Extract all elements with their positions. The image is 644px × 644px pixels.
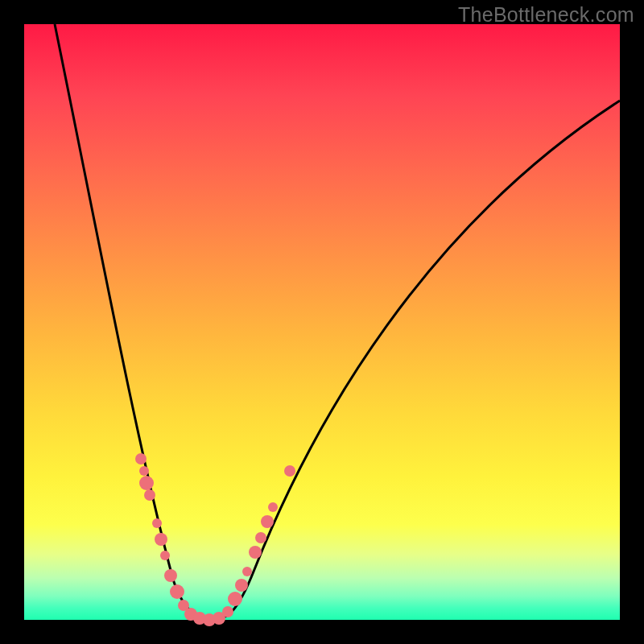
data-marker [139, 476, 154, 490]
data-marker [135, 453, 147, 464]
plot-area [24, 24, 620, 620]
data-marker [155, 533, 167, 546]
data-marker [152, 518, 162, 528]
chart-frame: TheBottleneck.com [0, 0, 644, 644]
data-marker [170, 584, 184, 599]
data-marker [160, 551, 170, 560]
data-marker [255, 532, 266, 543]
chart-svg [24, 24, 620, 620]
data-marker [164, 569, 177, 582]
data-marker [261, 515, 274, 528]
data-marker [284, 465, 295, 477]
watermark-text: TheBottleneck.com [458, 3, 634, 27]
data-marker [268, 502, 278, 512]
data-marker [144, 489, 155, 501]
data-marker [249, 546, 262, 559]
data-marker [139, 466, 149, 476]
data-marker [235, 579, 248, 592]
bottleneck-curve [55, 24, 620, 620]
data-marker [228, 592, 242, 606]
marker-group [135, 453, 295, 626]
data-marker [222, 606, 233, 617]
data-marker [242, 567, 252, 576]
